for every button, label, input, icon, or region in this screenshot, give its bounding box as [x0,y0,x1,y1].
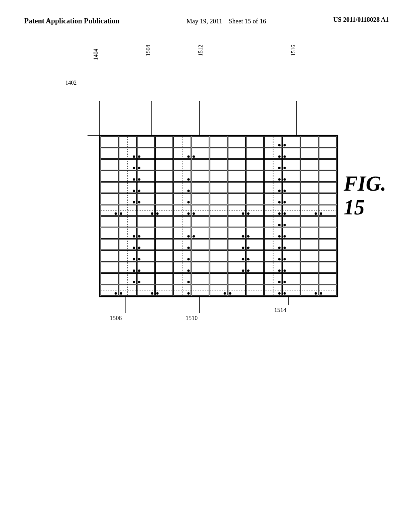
svg-point-141 [320,212,322,215]
svg-point-189 [242,246,244,249]
patent-number: US 2011/0118028 A1 [333,16,389,23]
svg-point-31 [138,155,140,158]
svg-rect-91 [228,182,246,193]
svg-rect-226 [192,262,209,272]
svg-point-191 [247,246,250,249]
svg-point-60 [284,166,286,169]
svg-rect-92 [246,182,264,193]
svg-rect-104 [155,193,173,204]
svg-point-222 [138,269,140,272]
svg-rect-14 [137,137,154,147]
svg-point-118 [115,212,117,215]
svg-rect-39 [246,148,264,158]
svg-point-213 [278,258,281,260]
label-1402: 1402 [65,80,77,86]
svg-rect-79 [301,170,318,181]
diagram-container: 1402 1404 1508 1512 1516 [86,91,360,335]
svg-point-101 [133,201,135,203]
svg-point-220 [133,269,135,272]
svg-point-245 [187,281,190,283]
fig-label: FIG. 15 FIG. 15 [344,172,386,219]
svg-rect-44 [301,148,318,158]
svg-point-34 [187,155,190,158]
svg-rect-55 [228,159,246,170]
svg-point-154 [284,224,286,226]
svg-rect-217 [319,250,336,261]
svg-rect-73 [228,170,246,181]
svg-rect-110 [246,193,264,204]
svg-rect-203 [155,250,173,261]
svg-rect-54 [210,159,227,170]
svg-point-85 [138,189,140,192]
svg-point-259 [120,292,122,295]
svg-rect-236 [301,262,318,272]
svg-text:1510: 1510 [186,315,198,321]
svg-rect-20 [246,137,264,147]
svg-point-182 [138,246,140,249]
svg-rect-108 [210,193,227,204]
svg-point-41 [278,155,281,158]
svg-rect-148 [210,216,227,227]
pub-date: May 19, 2011 [186,18,222,25]
svg-rect-68 [155,170,173,181]
svg-point-58 [278,166,281,169]
svg-point-277 [315,292,317,295]
svg-rect-157 [101,228,118,238]
svg-rect-254 [301,273,318,284]
svg-point-124 [156,212,159,215]
svg-rect-176 [301,228,318,238]
label-1516: 1516 [290,45,297,56]
svg-point-36 [192,155,195,158]
svg-point-135 [278,212,281,215]
svg-point-96 [284,189,286,192]
svg-point-106 [187,201,190,203]
svg-point-29 [133,155,135,158]
svg-rect-116 [319,193,336,204]
svg-rect-12 [101,137,118,147]
svg-rect-81 [101,182,118,193]
svg-point-180 [133,246,135,249]
label-1508: 1508 [145,45,152,56]
svg-rect-32 [155,148,173,158]
svg-rect-198 [101,250,118,261]
svg-point-231 [247,269,250,272]
svg-point-265 [187,292,190,295]
svg-point-164 [187,235,190,237]
svg-point-120 [120,212,122,215]
svg-rect-246 [192,273,209,284]
svg-point-114 [284,201,286,203]
svg-rect-227 [210,262,227,272]
svg-point-240 [133,281,135,283]
svg-rect-19 [228,137,246,147]
svg-rect-38 [228,148,246,158]
svg-rect-97 [301,182,318,193]
svg-point-225 [187,269,190,272]
svg-rect-99 [101,193,118,204]
svg-point-133 [247,212,250,215]
svg-rect-238 [101,273,118,284]
svg-rect-25 [301,137,318,147]
svg-rect-90 [210,182,227,193]
svg-rect-72 [210,170,227,181]
svg-rect-115 [301,193,318,204]
svg-rect-162 [155,228,173,238]
svg-point-88 [187,189,190,192]
svg-point-50 [138,166,140,169]
svg-rect-145 [155,216,173,227]
publication-info: May 19, 2011 Sheet 15 of 16 [186,16,266,27]
svg-point-112 [278,201,281,203]
svg-point-251 [278,281,281,283]
svg-rect-27 [101,148,118,158]
figure-15-svg: 1506 1510 1514 [86,99,360,333]
svg-point-161 [138,235,140,237]
svg-point-263 [156,292,159,295]
svg-rect-248 [228,273,246,284]
svg-point-261 [151,292,153,295]
svg-rect-107 [192,193,209,204]
svg-point-70 [187,178,190,181]
svg-point-67 [138,178,140,181]
label-1512: 1512 [198,45,204,56]
svg-rect-249 [246,273,264,284]
svg-rect-197 [319,239,336,249]
svg-rect-155 [301,216,318,227]
